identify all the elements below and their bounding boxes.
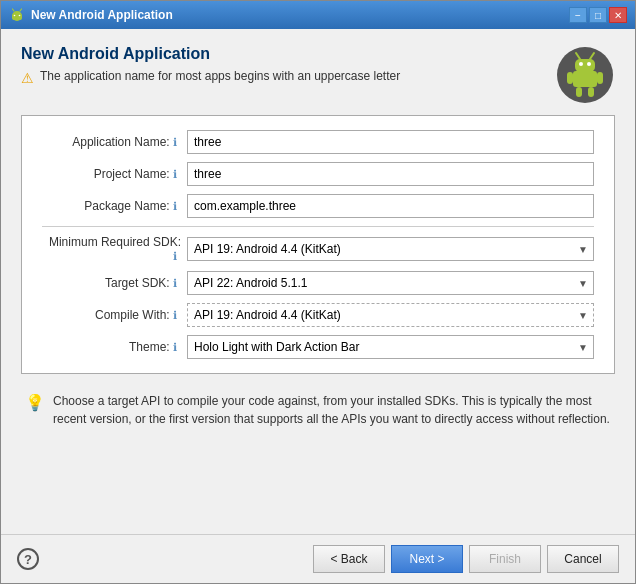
compile-with-select-wrapper: API 19: Android 4.4 (KitKat) API 21: And… bbox=[187, 303, 594, 327]
target-sdk-info-icon: ℹ bbox=[173, 277, 177, 289]
package-name-info-icon: ℹ bbox=[173, 200, 177, 212]
project-name-row: Project Name: ℹ bbox=[42, 162, 594, 186]
window-controls: − □ ✕ bbox=[569, 7, 627, 23]
form-divider bbox=[42, 226, 594, 227]
cancel-button[interactable]: Cancel bbox=[547, 545, 619, 573]
theme-select-wrapper: Holo Light with Dark Action Bar Holo Lig… bbox=[187, 335, 594, 359]
warning-text: The application name for most apps begin… bbox=[40, 69, 400, 83]
app-name-info-icon: ℹ bbox=[173, 136, 177, 148]
dialog-content: New Android Application ⚠ The applicatio… bbox=[1, 29, 635, 534]
package-name-row: Package Name: ℹ bbox=[42, 194, 594, 218]
window-icon bbox=[9, 7, 25, 23]
min-sdk-info-icon: ℹ bbox=[173, 250, 177, 262]
form-section: Application Name: ℹ Project Name: ℹ Pack… bbox=[21, 115, 615, 374]
maximize-button[interactable]: □ bbox=[589, 7, 607, 23]
application-name-label: Application Name: ℹ bbox=[42, 135, 187, 149]
svg-point-9 bbox=[579, 62, 583, 66]
project-name-label: Project Name: ℹ bbox=[42, 167, 187, 181]
next-button[interactable]: Next > bbox=[391, 545, 463, 573]
dialog-header: New Android Application ⚠ The applicatio… bbox=[21, 45, 615, 105]
theme-row: Theme: ℹ Holo Light with Dark Action Bar… bbox=[42, 335, 594, 359]
min-sdk-select-wrapper: API 19: Android 4.4 (KitKat) API 20: And… bbox=[187, 237, 594, 261]
footer-left: ? bbox=[17, 548, 39, 570]
back-button[interactable]: < Back bbox=[313, 545, 385, 573]
tip-text: Choose a target API to compile your code… bbox=[53, 392, 611, 428]
minimize-button[interactable]: − bbox=[569, 7, 587, 23]
compile-with-label: Compile With: ℹ bbox=[42, 308, 187, 322]
target-sdk-row: Target SDK: ℹ API 19: Android 4.4 (KitKa… bbox=[42, 271, 594, 295]
project-name-info-icon: ℹ bbox=[173, 168, 177, 180]
application-name-input[interactable] bbox=[187, 130, 594, 154]
svg-rect-13 bbox=[567, 72, 573, 84]
footer-buttons: < Back Next > Finish Cancel bbox=[313, 545, 619, 573]
min-sdk-row: Minimum Required SDK: ℹ API 19: Android … bbox=[42, 235, 594, 263]
svg-rect-14 bbox=[597, 72, 603, 84]
help-button[interactable]: ? bbox=[17, 548, 39, 570]
svg-line-4 bbox=[13, 9, 15, 11]
application-name-row: Application Name: ℹ bbox=[42, 130, 594, 154]
theme-info-icon: ℹ bbox=[173, 341, 177, 353]
close-button[interactable]: ✕ bbox=[609, 7, 627, 23]
compile-with-select[interactable]: API 19: Android 4.4 (KitKat) API 21: And… bbox=[187, 303, 594, 327]
target-sdk-select-wrapper: API 19: Android 4.4 (KitKat) API 21: And… bbox=[187, 271, 594, 295]
min-sdk-label: Minimum Required SDK: ℹ bbox=[42, 235, 187, 263]
package-name-label: Package Name: ℹ bbox=[42, 199, 187, 213]
svg-point-3 bbox=[19, 15, 21, 17]
target-sdk-select[interactable]: API 19: Android 4.4 (KitKat) API 21: And… bbox=[187, 271, 594, 295]
svg-rect-8 bbox=[575, 59, 595, 72]
content-spacer bbox=[21, 436, 615, 522]
dialog-window: New Android Application − □ ✕ New Androi… bbox=[0, 0, 636, 584]
svg-rect-15 bbox=[576, 87, 582, 97]
compile-with-row: Compile With: ℹ API 19: Android 4.4 (Kit… bbox=[42, 303, 594, 327]
dialog-title: New Android Application bbox=[21, 45, 545, 63]
theme-label: Theme: ℹ bbox=[42, 340, 187, 354]
header-left: New Android Application ⚠ The applicatio… bbox=[21, 45, 545, 86]
package-name-input[interactable] bbox=[187, 194, 594, 218]
svg-rect-1 bbox=[12, 14, 22, 20]
project-name-input[interactable] bbox=[187, 162, 594, 186]
finish-button[interactable]: Finish bbox=[469, 545, 541, 573]
android-logo bbox=[555, 45, 615, 105]
window-title: New Android Application bbox=[31, 8, 569, 22]
svg-line-5 bbox=[20, 9, 22, 11]
min-sdk-select[interactable]: API 19: Android 4.4 (KitKat) API 20: And… bbox=[187, 237, 594, 261]
theme-select[interactable]: Holo Light with Dark Action Bar Holo Lig… bbox=[187, 335, 594, 359]
svg-point-10 bbox=[587, 62, 591, 66]
compile-with-info-icon: ℹ bbox=[173, 309, 177, 321]
target-sdk-label: Target SDK: ℹ bbox=[42, 276, 187, 290]
tip-icon: 💡 bbox=[25, 393, 45, 412]
tip-section: 💡 Choose a target API to compile your co… bbox=[21, 384, 615, 436]
warning-icon: ⚠ bbox=[21, 70, 34, 86]
svg-point-2 bbox=[14, 15, 16, 17]
svg-rect-7 bbox=[573, 71, 597, 87]
dialog-footer: ? < Back Next > Finish Cancel bbox=[1, 534, 635, 583]
warning-row: ⚠ The application name for most apps beg… bbox=[21, 69, 545, 86]
title-bar: New Android Application − □ ✕ bbox=[1, 1, 635, 29]
svg-rect-16 bbox=[588, 87, 594, 97]
